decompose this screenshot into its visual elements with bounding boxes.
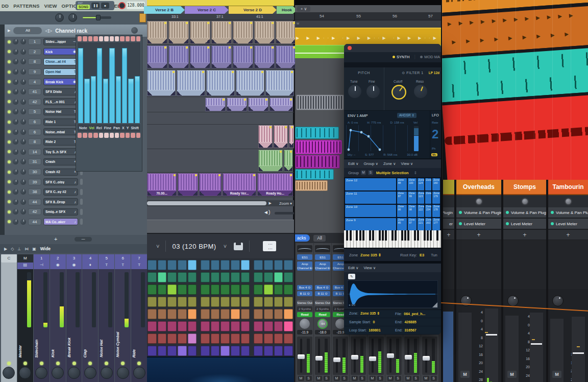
group-slot[interactable]: 2 Synths: [297, 306, 312, 311]
audio-clip[interactable]: [233, 21, 253, 44]
channel-pan-knob[interactable]: [13, 159, 18, 164]
graph-label-x[interactable]: X: [122, 126, 125, 130]
channel-button[interactable]: Crash+: [43, 158, 78, 165]
black-key[interactable]: [407, 230, 409, 241]
plugin-row[interactable]: Volume & Pan Plugin: [548, 207, 588, 219]
mixer-add-button[interactable]: +: [54, 236, 57, 242]
channel-number[interactable]: 6: [28, 118, 41, 125]
mixer-tool-icon[interactable]: ▣: [32, 247, 36, 251]
step-cell[interactable]: [110, 133, 114, 138]
channel-mute-strip[interactable]: [80, 209, 83, 215]
drum-pad[interactable]: [148, 346, 157, 356]
fader-cap[interactable]: [423, 356, 430, 361]
channel-enable-led[interactable]: [8, 220, 11, 223]
channel-volume-knob[interactable]: [20, 69, 26, 75]
output-slot[interactable]: Stereo Out: [297, 300, 312, 305]
channel-pan-knob[interactable]: [13, 189, 18, 195]
step-cell[interactable]: [99, 36, 103, 41]
channel-pan-knob[interactable]: [13, 169, 18, 175]
drum-pad[interactable]: [231, 321, 240, 331]
drum-pad[interactable]: [158, 260, 167, 270]
channel-pan-knob[interactable]: [13, 179, 18, 185]
drum-pad[interactable]: [274, 297, 283, 307]
channel-pan-knob[interactable]: [13, 219, 18, 225]
mixer-track-number[interactable]: 3: [66, 254, 82, 262]
send-slot[interactable]: B 11 ⊙: [297, 291, 312, 296]
group-stepper[interactable]: ⇕: [414, 171, 417, 175]
drum-pad[interactable]: [201, 284, 210, 295]
add-plugin-button[interactable]: +: [443, 230, 454, 240]
channel-number[interactable]: 6: [28, 129, 41, 135]
audio-clip[interactable]: [168, 45, 189, 68]
close-window-button[interactable]: [348, 46, 352, 50]
channel-enable-led[interactable]: [8, 121, 11, 124]
channel-button[interactable]: Kick◉: [43, 48, 78, 55]
lfo-number[interactable]: 2: [432, 127, 438, 141]
delay-value[interactable]: Dly: –: [348, 153, 355, 156]
audio-clip-gray[interactable]: [296, 94, 344, 110]
mixer-layout-preset[interactable]: Wide: [40, 246, 51, 251]
audio-clip[interactable]: [190, 21, 210, 44]
info-value[interactable]: 064_ped_h...: [404, 312, 425, 316]
menu-view[interactable]: View ∨: [401, 161, 413, 166]
zone-cell-wide[interactable]: Zone 11: [345, 192, 396, 204]
zone-cell[interactable]: Zone123: [418, 192, 424, 204]
drum-pad[interactable]: [264, 260, 273, 270]
pan-knob[interactable]: [521, 198, 529, 205]
drum-pad[interactable]: [274, 284, 283, 295]
tab-synth[interactable]: SYNTH: [393, 55, 409, 59]
audio-clip[interactable]: [236, 70, 264, 96]
drum-pad[interactable]: [231, 333, 240, 344]
fader-track-right[interactable]: [485, 308, 498, 382]
channel-enable-led[interactable]: [8, 130, 11, 133]
black-key[interactable]: [379, 230, 381, 241]
audio-clip[interactable]: [254, 45, 275, 68]
envelope-display[interactable]: ENV 1 AMP AHDSR ⇕ A: 0 ms H: 775 ms D: 1…: [344, 111, 430, 159]
audio-clip[interactable]: [276, 21, 296, 44]
send-slot[interactable]: Bus 4 ⊙: [297, 285, 312, 290]
black-key[interactable]: [414, 230, 416, 241]
insert-slot-eq[interactable]: AmpChannel EQ: [297, 261, 312, 271]
channel-volume-knob[interactable]: [20, 109, 26, 114]
audio-clip[interactable]: [199, 173, 222, 196]
audio-clip[interactable]: [289, 125, 294, 148]
channel-enable-led[interactable]: [8, 210, 11, 213]
channel-volume-knob[interactable]: [20, 139, 26, 145]
channel-pan-knob[interactable]: [13, 129, 18, 135]
black-key[interactable]: [385, 230, 387, 241]
drum-pad[interactable]: [167, 260, 177, 270]
step-cell[interactable]: [115, 36, 119, 41]
zone-cell[interactable]: Zone177: [432, 218, 440, 230]
plugin-row[interactable]: Level Meter: [548, 219, 588, 230]
velocity-bar[interactable]: [78, 48, 83, 123]
drum-pad[interactable]: [284, 333, 293, 344]
drum-pad[interactable]: [148, 260, 157, 270]
black-key[interactable]: [401, 230, 403, 241]
black-key[interactable]: [382, 230, 384, 241]
channel-pan-knob[interactable]: [13, 99, 18, 105]
zone-cell[interactable]: Zone...: [425, 192, 432, 204]
loop-region-bar[interactable]: [147, 0, 294, 6]
channel-volume-knob[interactable]: [20, 189, 26, 195]
channel-volume-knob[interactable]: [20, 99, 26, 105]
insert-slot[interactable]: ES1: [315, 254, 330, 260]
drum-pad[interactable]: [241, 260, 250, 270]
drum-pad[interactable]: [158, 297, 167, 307]
channel-volume-knob[interactable]: [20, 219, 26, 225]
fader-cap[interactable]: [531, 343, 542, 345]
channel-button[interactable]: Ride 2T: [43, 138, 78, 146]
solo-button[interactable]: S: [324, 376, 330, 381]
channel-pan-knob[interactable]: [13, 109, 18, 114]
graph-label-rel[interactable]: Rel: [96, 126, 102, 130]
mixer-track-number[interactable]: 6: [115, 254, 131, 262]
drum-pad[interactable]: [188, 333, 197, 344]
audio-clip[interactable]: [270, 98, 293, 111]
drum-pad[interactable]: [167, 309, 177, 319]
zone-cell-wide[interactable]: Zone 9: [345, 218, 396, 230]
plugin-row-partial[interactable]: n Plugin: [443, 207, 454, 219]
tempo-display[interactable]: 128.000: [127, 2, 145, 9]
root-key-value[interactable]: E3: [420, 253, 424, 257]
drum-pad[interactable]: [188, 321, 197, 331]
drum-pad[interactable]: [167, 284, 177, 295]
zone-cell[interactable]: Zone...: [425, 178, 432, 190]
